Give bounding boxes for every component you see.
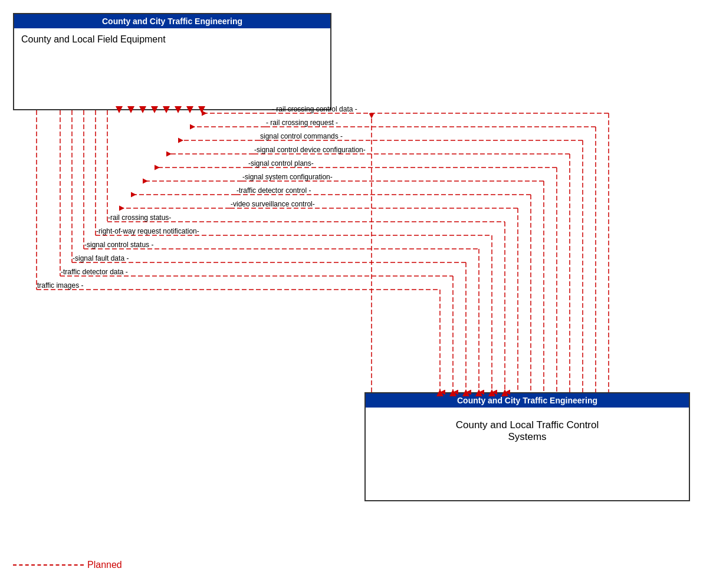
svg-text:-traffic detector data -: -traffic detector data - <box>61 268 128 276</box>
svg-text:traffic images -: traffic images - <box>37 281 83 290</box>
svg-text:-signal system configuration-: -signal system configuration- <box>242 173 333 181</box>
svg-text:-traffic detector control -: -traffic detector control - <box>236 186 311 195</box>
svg-text:-rail crossing status-: -rail crossing status- <box>108 213 171 222</box>
svg-text:signal control commands -: signal control commands - <box>260 132 343 140</box>
left-box-header: County and City Traffic Engineering <box>14 14 330 28</box>
legend-planned: Planned <box>13 560 122 570</box>
diagram-container: County and City Traffic Engineering Coun… <box>0 0 703 588</box>
right-box-header: County and City Traffic Engineering <box>366 393 689 408</box>
svg-text:-signal control status -: -signal control status - <box>84 241 153 249</box>
svg-text:-signal fault data -: -signal fault data - <box>73 254 129 262</box>
svg-text:-right-of-way request notifica: -right-of-way request notification- <box>96 227 199 235</box>
svg-text:-signal control plans-: -signal control plans- <box>248 159 314 167</box>
legend-label: Planned <box>87 560 122 570</box>
left-box: County and City Traffic Engineering Coun… <box>13 13 331 110</box>
right-box: County and City Traffic Engineering Coun… <box>364 392 690 501</box>
svg-text:-video surveillance control-: -video surveillance control- <box>231 200 315 208</box>
legend-dash-line <box>13 564 84 566</box>
left-box-body: County and Local Field Equipment <box>14 28 330 51</box>
svg-text:- rail crossing request -: - rail crossing request - <box>266 119 338 127</box>
legend: Planned <box>13 560 122 570</box>
right-box-body: County and Local Traffic ControlSystems <box>366 408 689 449</box>
svg-text:-signal control device configu: -signal control device configuration- <box>254 146 366 154</box>
